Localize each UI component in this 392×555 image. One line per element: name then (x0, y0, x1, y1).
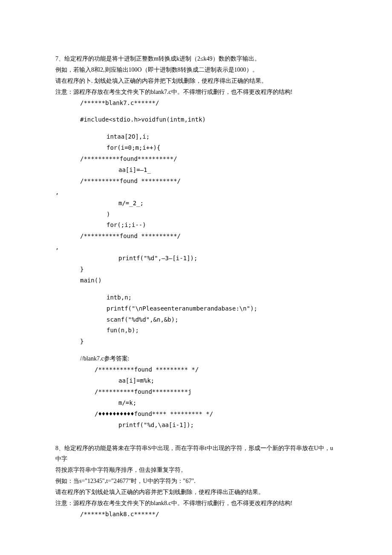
code-line: printf("\∩Pleaseenteranumberandabase:\n"… (55, 303, 337, 314)
code-line: fun(n,b); (55, 325, 337, 336)
q8-desc-line: 8、给定程序的功能是将未在字符串S中出现，而在字符串t中出现的字符，形成一个新的… (55, 443, 337, 465)
q8-desc-line: 例如：当s="12345",t="24677"时，U中的字符为：″67″. (55, 476, 337, 487)
code-line: printf("%d",—3—[i-1]); (55, 253, 337, 264)
q8-desc-line: 注意：源程序存放在考生文件夹下的blank8.c中。不得增行或删行，也不得更改程… (55, 498, 337, 509)
code-line: /**********found**********/ (55, 154, 337, 165)
answer-line: m/=k; (55, 398, 337, 409)
code-line: /******blank8.c******/ (55, 509, 337, 520)
q7-desc-line: 注意：源程序存放在考生文件夹下的blank7.c中。不得增行或删行，也不得更改程… (55, 87, 337, 98)
code-line: /******blank7.c******/ (55, 98, 337, 109)
code-line: m/=_2_; (55, 198, 337, 209)
answer-line: /♦♦♦♦♦♦♦♦♦♦found**** ********* */ (55, 409, 337, 420)
q8-desc-line: 符按原字符串中字符顺序排序，但去掉重复字符。 (55, 465, 337, 476)
code-line: , (55, 187, 337, 198)
code-line: intb,n; (55, 292, 337, 303)
code-line: for(;i;i--) (55, 220, 337, 231)
code-line: scanf("%d%d",&n,&b); (55, 314, 337, 325)
code-line: #include<stdio.h>voidfun(intm,intk) (55, 114, 337, 125)
code-line: for(i=0;m;i++){ (55, 142, 337, 154)
q8-code-block: /******blank8.c******/ (55, 509, 337, 520)
q7-desc-line: 例如，若输入8和2,则应输出100O（即十进制数8转换成二进制表示是1000）。 (55, 64, 337, 76)
code-line: intaa[2O],i; (55, 131, 337, 142)
q7-desc-line: 请在程序的卜. 划线处填入正确的内容并把下划线删除，使程序得出正确的结果。 (55, 76, 337, 87)
code-line: /**********found **********/ (55, 231, 337, 242)
code-line: , (55, 242, 337, 253)
code-line: /**********found **********/ (55, 176, 337, 187)
code-line: } (55, 264, 337, 275)
code-line: } (55, 336, 337, 347)
code-line: aa[i]=—1_ (55, 165, 337, 176)
answer-line: /**********found**********j (55, 386, 337, 398)
q7-code-block: /******blank7.c******/ #include<stdio.h>… (55, 98, 337, 348)
answer-line: printf("%d,\aa[i-1]); (55, 420, 337, 431)
q8-desc-line: 请在程序的下划线处填入正确的内容并把下划线删除，使程序得出正确的结果。 (55, 487, 337, 498)
answer-line: aa[i]=m%k; (55, 375, 337, 386)
code-line: main() (55, 275, 337, 286)
q7-desc-line: 7、给定程序的功能是将十进制正整数m转换成k进制（2≤k49）数的数字输出。 (55, 53, 337, 64)
q7-answer-label: //blank7.c参考答案: (55, 353, 337, 364)
code-line: ) (55, 209, 337, 220)
q7-answer-block: /**********found ********* */ aa[i]=m%k;… (55, 364, 337, 430)
document-page: 7、给定程序的功能是将十进制正整数m转换成k进制（2≤k49）数的数字输出。 例… (0, 0, 392, 546)
answer-line: /**********found ********* */ (55, 364, 337, 375)
